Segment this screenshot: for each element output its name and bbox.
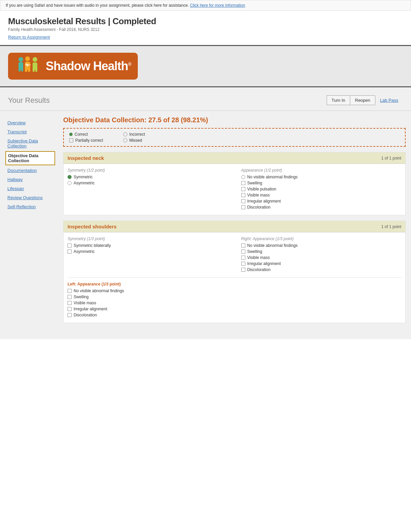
sidebar-item-reflection[interactable]: Self-Reflection — [5, 203, 55, 211]
logo-text: Shadow Health® — [46, 59, 131, 73]
inspected-shoulders-header: Inspected shoulders 1 of 1 point — [64, 221, 405, 232]
content-area: Objective Data Collection: 27.5 of 28 (9… — [60, 116, 411, 328]
neck-pulsation-cb — [241, 187, 245, 191]
shoulders-left-label: Left: Appearance (1/3 point) — [68, 282, 401, 286]
shoulders-left-swelling: Swelling — [68, 295, 401, 299]
shoulders-right-mass-text: Visible mass — [247, 255, 270, 260]
shoulders-right-no-abnormal-text: No visible abnormal findings — [247, 243, 298, 248]
neck-irregular: Irregular alignment — [241, 199, 402, 204]
shoulders-symmetry-col: Symmetry (1/3 point) Symmetric bilateral… — [68, 236, 228, 273]
shoulders-symmetric-text: Symmetric bilaterally — [74, 243, 111, 248]
shoulders-left-no-abnormal-text: No visible abnormal findings — [74, 289, 124, 293]
legend-right: Incorrect Missed — [123, 132, 145, 143]
svg-rect-10 — [33, 66, 35, 72]
shoulders-left-swelling-text: Swelling — [74, 295, 89, 299]
lab-pass-button[interactable]: Lab Pass — [375, 96, 403, 105]
shoulders-right-swelling-cb — [241, 250, 245, 254]
sidebar-nav: Overview Transcript Subjective Data Coll… — [0, 116, 60, 328]
neck-swelling-text: Swelling — [247, 181, 262, 185]
correct-indicator — [69, 133, 73, 136]
sidebar-item-transcript[interactable]: Transcript — [5, 128, 55, 136]
results-panel: Your Results Turn In Reopen Lab Pass Ove… — [0, 87, 411, 339]
inspected-shoulders-section: Inspected shoulders 1 of 1 point Symmetr… — [63, 221, 406, 323]
shoulders-right-discolor-text: Discoloration — [247, 267, 271, 272]
neck-no-abnormal-cb — [241, 175, 245, 179]
page-subtitle: Family Health Assessment - Fall 2018, NU… — [8, 27, 403, 32]
inspected-neck-title: Inspected neck — [68, 155, 104, 161]
shoulders-right-no-abnormal-cb — [241, 243, 245, 248]
legend-incorrect: Incorrect — [123, 132, 145, 137]
incorrect-label: Incorrect — [129, 132, 145, 137]
sidebar-item-objective[interactable]: Objective Data Collection — [5, 151, 55, 165]
shoulders-right-mass: Visible mass — [241, 255, 402, 260]
sidebar-item-lifespan[interactable]: Lifespan — [5, 185, 55, 192]
top-banner: If you are using Safari and have issues … — [0, 0, 411, 11]
svg-rect-3 — [21, 65, 23, 72]
sidebar-item-hallway[interactable]: Hallway — [5, 176, 55, 183]
logo-icons — [15, 56, 42, 76]
shadow-health-logo: Shadow Health® — [8, 53, 138, 80]
neck-mass-cb — [241, 193, 245, 197]
shoulders-right-irregular-text: Irregular alignment — [247, 261, 281, 266]
svg-rect-2 — [18, 65, 20, 72]
neck-symmetry-label: Symmetry (1/2 point) — [68, 168, 228, 173]
logo-area: Shadow Health® — [0, 46, 411, 87]
neck-irregular-text: Irregular alignment — [247, 199, 281, 204]
shoulders-left-swelling-cb — [68, 295, 72, 299]
return-link[interactable]: Return to Assignment — [8, 35, 50, 40]
shoulders-left-mass-cb — [68, 301, 72, 305]
neck-pulsation: Visible pulsation — [241, 187, 402, 191]
legend-partial: Partially correct — [69, 138, 103, 143]
neck-mass-text: Visible mass — [247, 193, 270, 197]
legend-correct: Correct — [69, 132, 103, 137]
neck-symmetry-col: Symmetry (1/2 point) Symmetric Asymmetri… — [68, 168, 228, 211]
partial-indicator — [69, 138, 73, 142]
neck-symmetric-text: Symmetric — [74, 175, 93, 179]
turn-in-button[interactable]: Turn In — [327, 95, 350, 105]
neck-two-col: Symmetry (1/2 point) Symmetric Asymmetri… — [68, 168, 401, 211]
inspected-neck-body: Symmetry (1/2 point) Symmetric Asymmetri… — [64, 164, 405, 215]
sidebar-item-overview[interactable]: Overview — [5, 119, 55, 127]
neck-swelling: Swelling — [241, 181, 402, 185]
shoulders-left-irregular: Irregular alignment — [68, 307, 401, 311]
shoulders-asymmetric-cb — [68, 250, 72, 254]
neck-symmetric-cb — [68, 175, 72, 179]
shoulders-right-discolor: Discoloration — [241, 267, 402, 272]
neck-mass: Visible mass — [241, 193, 402, 197]
shoulders-left-mass-text: Visible mass — [74, 301, 96, 305]
results-title: Your Results — [8, 96, 50, 105]
shoulders-left-mass: Visible mass — [68, 301, 401, 305]
sidebar-item-subjective[interactable]: Subjective Data Collection — [5, 137, 55, 150]
shoulders-right-mass-cb — [241, 256, 245, 260]
shoulders-left-irregular-text: Irregular alignment — [74, 307, 107, 311]
shoulders-asymmetric-text: Asymmetric — [74, 249, 95, 254]
shoulders-left-irregular-cb — [68, 307, 72, 311]
neck-no-abnormal-text: No visible abnormal findings — [247, 175, 298, 179]
shoulders-symmetry-label: Symmetry (1/3 point) — [68, 236, 228, 241]
sidebar-item-review[interactable]: Review Questions — [5, 194, 55, 202]
neck-pulsation-text: Visible pulsation — [247, 187, 277, 191]
shoulders-right-col: Right: Appearance (1/3 point) No visible… — [241, 236, 402, 273]
correct-label: Correct — [75, 132, 88, 137]
neck-asymmetric-item: Asymmetric — [68, 181, 228, 185]
svg-rect-11 — [35, 66, 37, 72]
inspected-neck-points: 1 of 1 point — [381, 156, 401, 161]
reopen-button[interactable]: Reopen — [350, 95, 375, 105]
neck-asymmetric-cb — [68, 181, 72, 185]
banner-link[interactable]: Click here for more information — [190, 3, 245, 8]
banner-text: If you are using Safari and have issues … — [6, 3, 189, 8]
results-actions: Turn In Reopen Lab Pass — [327, 95, 403, 105]
sidebar-item-documentation[interactable]: Documentation — [5, 167, 55, 174]
neck-appearance-col: Appearance (1/2 point) No visible abnorm… — [241, 168, 402, 211]
inspected-neck-header: Inspected neck 1 of 1 point — [64, 152, 405, 164]
shoulders-right-no-abnormal: No visible abnormal findings — [241, 243, 402, 248]
neck-irregular-cb — [241, 199, 245, 203]
neck-discolor: Discoloration — [241, 205, 402, 210]
legend-left: Correct Partially correct — [69, 132, 103, 143]
logo-svg-icons — [15, 56, 42, 76]
svg-point-8 — [33, 57, 37, 62]
inspected-shoulders-title: Inspected shoulders — [68, 224, 117, 229]
header-area: Musculoskeletal Results | Completed Fami… — [0, 11, 411, 46]
shoulders-symmetric-cb — [68, 243, 72, 248]
inspected-shoulders-body: Symmetry (1/3 point) Symmetric bilateral… — [64, 232, 405, 323]
